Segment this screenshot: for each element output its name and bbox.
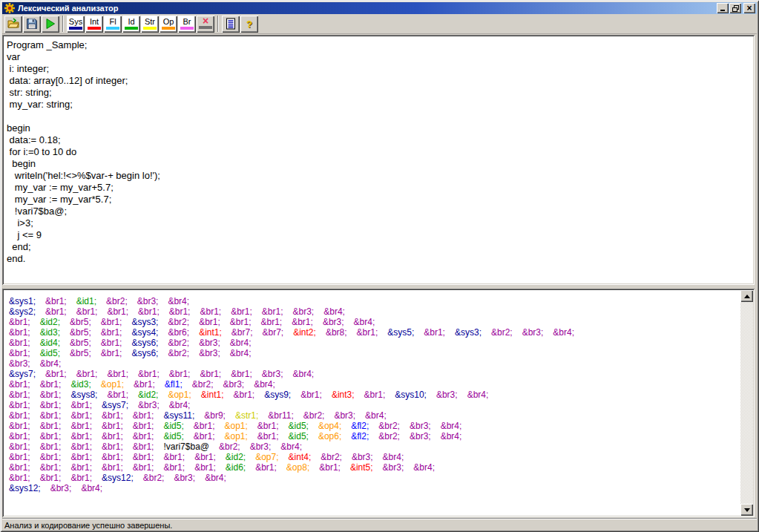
token: &br2; [168, 338, 189, 348]
token-line: &sys1;&br1;&id1;&br2;&br3;&br4; [9, 296, 740, 306]
filter-button-clear[interactable]: × [197, 16, 214, 33]
token: &br1; [200, 369, 221, 379]
token: &id6; [226, 462, 246, 473]
token: &br1; [107, 306, 128, 317]
token-line: &sys7;&br1;&br1;&br1;&br1;&br1;&br1;&br1… [9, 369, 740, 379]
token: &op6; [318, 431, 341, 441]
vertical-scrollbar[interactable] [740, 290, 753, 516]
report-button[interactable] [222, 16, 240, 33]
token: &br5; [70, 348, 91, 358]
filter-button-op[interactable]: Op [160, 16, 177, 33]
filter-button-label: Fl [109, 17, 116, 26]
token: &int5; [350, 462, 373, 473]
token: &br1; [40, 431, 62, 441]
token: &br4; [441, 421, 462, 431]
token: &fl2; [351, 431, 369, 441]
token: &br1; [262, 306, 283, 317]
close-icon: × [746, 4, 752, 12]
token: &br1; [40, 390, 62, 400]
filter-color-bar [106, 27, 119, 30]
token: &br1; [233, 390, 254, 400]
token: &br4; [413, 462, 435, 473]
filter-button-sys[interactable]: Sys [67, 16, 85, 33]
token: &br1; [257, 431, 279, 441]
token: &br1; [70, 431, 92, 441]
token: &br1; [9, 452, 30, 462]
token: &br6; [168, 327, 189, 338]
token: &br2; [106, 296, 128, 306]
token: &br5; [70, 327, 91, 338]
restore-button[interactable] [729, 3, 741, 13]
token: &br1; [45, 296, 67, 306]
token: &int2; [293, 327, 316, 338]
scrollbar-track[interactable] [740, 302, 753, 504]
token: &id3; [40, 327, 60, 338]
token: &id3; [70, 379, 91, 390]
token: &sys12; [102, 473, 134, 483]
token: &br1; [76, 369, 98, 379]
code-line: data: array[0..12] of integer; [7, 75, 752, 87]
token: &br1; [133, 410, 154, 421]
scroll-up-button[interactable] [740, 290, 753, 302]
token: &br7; [231, 327, 253, 338]
token: &br1; [40, 400, 62, 410]
token: &br4; [383, 452, 404, 462]
token: &br4; [230, 338, 252, 348]
code-line: i: integer; [7, 63, 752, 75]
token: &br1; [9, 400, 30, 410]
close-button[interactable]: × [743, 3, 755, 13]
token: &br3; [174, 473, 195, 483]
token: &op1; [168, 390, 191, 400]
token: &br2; [219, 441, 240, 452]
token-line: &sys2;&br1;&br1;&br1;&br1;&br1;&br1;&br1… [9, 306, 740, 317]
token: &br1; [133, 452, 154, 462]
filter-color-bar [88, 27, 101, 30]
token: &br4; [254, 379, 275, 390]
filter-color-bar [180, 27, 194, 30]
scroll-down-button[interactable] [740, 504, 753, 516]
token: &br9; [204, 410, 226, 421]
token: &op1; [224, 431, 247, 441]
token: &br3; [223, 379, 244, 390]
token: &br4; [230, 348, 252, 358]
open-button[interactable] [4, 16, 22, 33]
run-button[interactable] [42, 16, 59, 33]
token: &br1; [70, 462, 92, 473]
token: &br1; [194, 421, 215, 431]
token: &int3; [332, 390, 355, 400]
code-line: my_var := my_var+5.7; [7, 182, 752, 194]
filter-button-br[interactable]: Br [178, 16, 196, 33]
token: &br4; [323, 306, 345, 317]
token: &br1; [133, 462, 154, 473]
token: &br3; [199, 348, 220, 358]
save-button[interactable] [23, 16, 41, 33]
code-line: begin [7, 122, 752, 134]
token: &br1; [40, 441, 62, 452]
token-line: &br1;&br1;&id3;&op1;&br1;&fl1;&br2;&br3;… [9, 379, 740, 390]
filter-button-int[interactable]: Int [85, 16, 103, 33]
token: &br7; [263, 327, 284, 338]
token: &id2; [40, 317, 60, 327]
filter-button-fl[interactable]: Fl [104, 16, 122, 33]
code-line: my_var := my_var*5.7; [7, 194, 752, 206]
token: &br1; [163, 462, 185, 473]
help-button[interactable]: ? [240, 16, 258, 33]
token-line: &br1;&br1;&br1;&sys7;&br3;&br4; [9, 400, 740, 410]
filter-button-str[interactable]: Str [141, 16, 159, 33]
token: &br1; [9, 441, 30, 452]
token-line: &br3;&br4; [9, 358, 740, 369]
token: &br1; [231, 306, 252, 317]
token: &br1; [257, 421, 279, 431]
source-code-editor[interactable]: Program _Sample;var i: integer; data: ar… [2, 35, 755, 285]
token: &id5; [289, 431, 309, 441]
filter-button-id[interactable]: Id [122, 16, 140, 33]
minimize-button[interactable] [717, 3, 729, 13]
code-line [7, 111, 752, 122]
token: &br4; [169, 400, 191, 410]
token: &br1; [9, 348, 30, 358]
token: &br3; [293, 306, 315, 317]
token: &br1; [9, 431, 30, 441]
filter-color-bar [69, 27, 82, 30]
title-bar[interactable]: Лексический анализатор × [2, 2, 757, 14]
token: &sys11; [163, 410, 194, 421]
